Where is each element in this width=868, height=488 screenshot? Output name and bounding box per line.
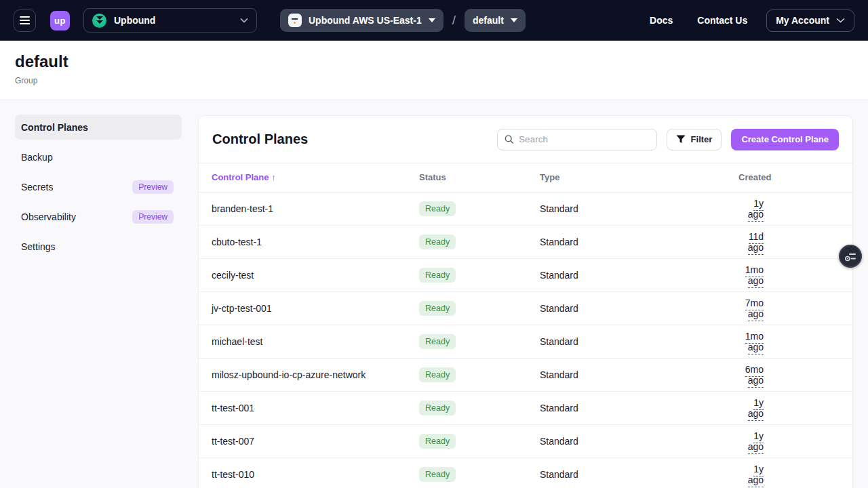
sidebar-item-label: Settings xyxy=(21,241,56,252)
feedback-icon xyxy=(844,250,857,263)
cell-type: Standard xyxy=(540,225,738,258)
search-input[interactable] xyxy=(519,134,650,144)
search-icon xyxy=(505,134,514,144)
status-badge: Ready xyxy=(419,434,456,449)
control-plane-name[interactable]: branden-test-1 xyxy=(212,203,273,214)
cell-status: Ready xyxy=(419,258,540,291)
cell-status: Ready xyxy=(419,225,540,258)
chevron-down-icon xyxy=(836,18,845,23)
cell-status: Ready xyxy=(419,424,540,458)
chevron-down-icon xyxy=(240,18,248,23)
table-row[interactable]: michael-testReadyStandard1mo ago xyxy=(199,325,852,358)
search-box xyxy=(497,129,657,150)
hamburger-icon xyxy=(20,16,30,18)
sidebar-item-control-planes[interactable]: Control Planes xyxy=(15,115,182,140)
table-row[interactable]: jv-ctp-test-001ReadyStandard7mo ago xyxy=(199,291,852,325)
status-badge: Ready xyxy=(419,367,456,382)
page-subtitle: Group xyxy=(15,76,868,85)
cell-type: Standard xyxy=(540,424,738,458)
sidebar-item-backup[interactable]: Backup xyxy=(15,144,182,169)
table-row[interactable]: cbuto-test-1ReadyStandard11d ago xyxy=(199,225,852,258)
cell-status: Ready xyxy=(419,325,540,358)
column-header-control-plane[interactable]: Control Plane ↑ xyxy=(199,163,419,192)
sidebar-item-label: Secrets xyxy=(21,182,53,192)
cell-type: Standard xyxy=(540,192,738,225)
table-row[interactable]: milosz-upbound-io-cp-azure-networkReadyS… xyxy=(199,358,852,391)
top-navbar: up Upbound Upbound AWS US-East-1 / defau… xyxy=(0,0,868,41)
my-account-button[interactable]: My Account xyxy=(766,9,854,32)
sidebar-item-secrets[interactable]: SecretsPreview xyxy=(15,174,182,199)
control-plane-name[interactable]: tt-test-010 xyxy=(212,469,254,480)
cell-type: Standard xyxy=(540,458,738,488)
control-plane-name[interactable]: jv-ctp-test-001 xyxy=(212,303,272,314)
breadcrumb-separator: / xyxy=(452,13,456,28)
table-row[interactable]: tt-test-010ReadyStandard1y ago xyxy=(199,458,852,488)
cell-created: 1y ago xyxy=(738,192,852,225)
cell-control-plane: milosz-upbound-io-cp-azure-network xyxy=(199,358,419,391)
table-row[interactable]: tt-test-007ReadyStandard1y ago xyxy=(199,424,852,458)
status-badge: Ready xyxy=(419,301,456,316)
sidebar-nav: Control PlanesBackupSecretsPreviewObserv… xyxy=(15,115,182,264)
control-plane-name[interactable]: tt-test-007 xyxy=(212,436,254,447)
control-plane-name[interactable]: cecily-test xyxy=(212,270,254,281)
cell-status: Ready xyxy=(419,291,540,325)
page-title: default xyxy=(15,52,868,71)
cell-created: 1mo ago xyxy=(738,258,852,291)
cell-type: Standard xyxy=(540,358,738,391)
cell-control-plane: jv-ctp-test-001 xyxy=(199,291,419,325)
control-plane-selector[interactable]: Upbound AWS US-East-1 xyxy=(280,9,443,32)
cell-control-plane: tt-test-007 xyxy=(199,424,419,458)
sort-ascending-icon: ↑ xyxy=(271,172,276,182)
cell-control-plane: cbuto-test-1 xyxy=(199,225,419,258)
cell-type: Standard xyxy=(540,258,738,291)
sidebar-item-label: Control Planes xyxy=(21,122,88,133)
table-row[interactable]: tt-test-001ReadyStandard1y ago xyxy=(199,391,852,424)
cell-control-plane: cecily-test xyxy=(199,258,419,291)
sidebar-item-observability[interactable]: ObservabilityPreview xyxy=(15,204,182,229)
create-control-plane-button[interactable]: Create Control Plane xyxy=(731,129,839,150)
sidebar-item-settings[interactable]: Settings xyxy=(15,234,182,259)
column-header-type[interactable]: Type xyxy=(540,163,738,192)
control-plane-name[interactable]: milosz-upbound-io-cp-azure-network xyxy=(212,369,366,380)
feedback-widget-button[interactable] xyxy=(839,245,862,268)
table-row[interactable]: cecily-testReadyStandard1mo ago xyxy=(199,258,852,291)
preview-badge: Preview xyxy=(132,210,174,224)
cell-control-plane: michael-test xyxy=(199,325,419,358)
cell-status: Ready xyxy=(419,391,540,424)
cell-created: 1y ago xyxy=(738,391,852,424)
table-row[interactable]: branden-test-1ReadyStandard1y ago xyxy=(199,192,852,225)
status-badge: Ready xyxy=(419,201,456,216)
created-timestamp: 1mo ago xyxy=(745,264,764,288)
hamburger-menu-button[interactable] xyxy=(14,9,36,32)
caret-down-icon xyxy=(511,18,517,22)
status-badge: Ready xyxy=(419,467,456,482)
panel-title: Control Planes xyxy=(212,131,308,147)
created-timestamp: 1y ago xyxy=(748,464,764,487)
status-badge: Ready xyxy=(419,235,456,249)
control-plane-type: Standard xyxy=(540,303,578,314)
created-timestamp: 1mo ago xyxy=(745,331,764,354)
created-timestamp: 1y ago xyxy=(748,397,764,421)
column-header-status[interactable]: Status xyxy=(419,163,540,192)
filter-button[interactable]: Filter xyxy=(667,129,722,150)
status-badge: Ready xyxy=(419,268,456,283)
control-plane-name[interactable]: cbuto-test-1 xyxy=(212,237,262,247)
cell-control-plane: tt-test-010 xyxy=(199,458,419,488)
contact-us-link[interactable]: Contact Us xyxy=(697,15,747,26)
docs-link[interactable]: Docs xyxy=(650,15,673,26)
control-plane-type: Standard xyxy=(540,403,578,413)
sidebar-item-label: Observability xyxy=(21,211,76,222)
body-area: Control PlanesBackupSecretsPreviewObserv… xyxy=(0,100,868,488)
status-badge: Ready xyxy=(419,334,456,349)
group-selector-label: default xyxy=(473,15,504,26)
control-plane-name[interactable]: michael-test xyxy=(212,336,262,347)
control-plane-name[interactable]: tt-test-001 xyxy=(212,403,254,413)
cell-status: Ready xyxy=(419,358,540,391)
group-selector[interactable]: default xyxy=(465,9,526,32)
cell-type: Standard xyxy=(540,325,738,358)
column-header-created[interactable]: Created xyxy=(738,163,852,192)
control-plane-type: Standard xyxy=(540,436,578,447)
sidebar-item-label: Backup xyxy=(21,152,53,163)
upbound-logo[interactable]: up xyxy=(50,11,70,30)
organization-selector[interactable]: Upbound xyxy=(83,8,257,33)
